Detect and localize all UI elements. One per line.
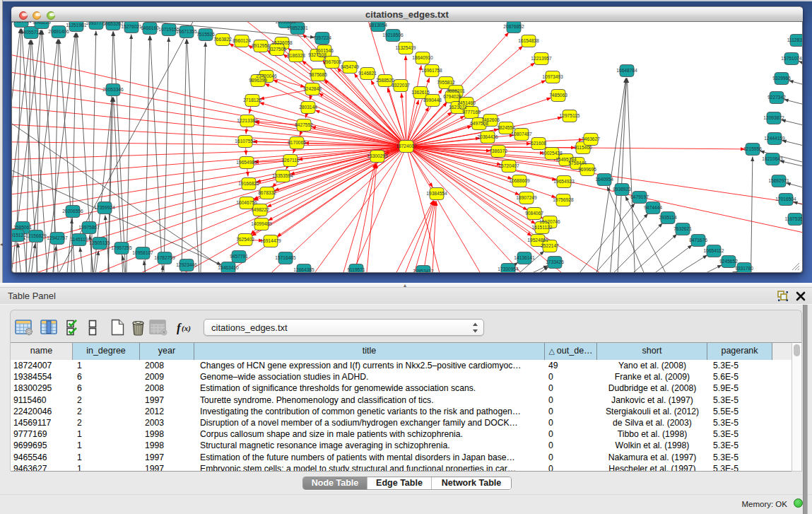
cell-year: 1997 [140, 395, 194, 406]
column-header-pagerank[interactable]: pagerank [707, 343, 772, 360]
graph-node-label: 8938923 [613, 187, 631, 192]
table-row[interactable]: 946362711997Embryonic stem cells: a mode… [11, 463, 792, 472]
cell-short: Franke et al. (2009) [597, 371, 707, 382]
graph-node-label: 16961758 [421, 68, 442, 73]
graph-node-label: 16107552 [235, 139, 256, 144]
graph-edge-arrowhead [514, 192, 519, 195]
table-row[interactable]: 969969511998Structural magnetic resonanc… [11, 440, 792, 451]
graph-node-label: 11251981 [66, 23, 87, 28]
graph-edge-arrowhead [404, 55, 408, 60]
splitter-handle[interactable]: ▴ [404, 283, 406, 288]
citation-network-graph[interactable]: 1615993614055712904622920691406112519811… [12, 22, 802, 272]
table-row[interactable]: 1830029562008Estimation of significance … [11, 382, 792, 394]
network-canvas[interactable]: 1615993614055712904622920691406112519811… [12, 22, 802, 272]
graph-node-label: 10654112 [704, 248, 724, 253]
cell-year: 1997 [140, 463, 194, 472]
table-row[interactable]: 2242004622012Investigating the contribut… [11, 406, 792, 417]
graph-node-label: 19654985 [236, 160, 257, 165]
graph-node-label: 17359924 [94, 205, 115, 210]
column-header-title[interactable]: title [194, 343, 545, 360]
graph-edge-arrowhead [78, 247, 82, 252]
table-mode-button[interactable] [15, 319, 34, 338]
graph-node-label: 20053346 [102, 87, 124, 92]
node-table[interactable]: namein_degreeyeartitle△out_de…shortpager… [11, 342, 792, 472]
graph-node-label: 1362615 [411, 90, 430, 95]
graph-edge-arrowhead [129, 34, 133, 39]
graph-node-label: 9115460 [574, 145, 592, 150]
graph-node-label: 8471676 [689, 238, 707, 243]
graph-node-label: 2522147 [541, 243, 559, 248]
memory-status-label: Memory: OK [741, 500, 787, 508]
graph-edge [64, 218, 72, 272]
tab-network-table[interactable]: Network Table [431, 477, 511, 489]
graph-node-label: 2967608 [323, 59, 341, 64]
graph-edge [644, 265, 722, 272]
graph-edge-arrowhead [265, 83, 270, 87]
close-panel-icon[interactable] [795, 291, 806, 302]
graph-edge [126, 34, 131, 272]
graph-edge-arrowhead [244, 151, 247, 156]
cell-in_degree: 2 [73, 395, 140, 406]
cell-in_degree: 1 [73, 360, 140, 371]
graph-node-label: 7632621 [673, 226, 692, 231]
column-header-year[interactable]: year [140, 343, 194, 360]
show-column-button[interactable] [40, 319, 58, 338]
left-panel-edge: ◂ [0, 0, 3, 283]
graph-node-label: 8990448 [423, 98, 442, 103]
cell-out_degree: 0 [545, 463, 597, 472]
graph-node-label: 12942757 [47, 235, 68, 240]
table-panel: Table Panel [0, 288, 812, 514]
graph-node-label: 9457791 [230, 254, 248, 259]
graph-node-label: 8215956 [743, 146, 762, 151]
graph-node-label: 9046229 [33, 22, 51, 25]
graph-edge-arrowhead [300, 131, 303, 136]
graph-edge-arrowhead [541, 80, 546, 83]
column-header-out_degree[interactable]: △out_de… [545, 343, 597, 360]
graph-node-label: 17016504 [775, 197, 796, 201]
function-builder-button[interactable]: f (x) [177, 320, 196, 337]
table-row[interactable]: 1872400712008Changes of HCN gene express… [11, 360, 792, 371]
cell-in_degree: 2 [73, 417, 140, 428]
window-resize-grip[interactable] [790, 261, 800, 271]
table-row[interactable]: 977716911998Corpus callosum shape and si… [11, 428, 792, 440]
cell-pagerank: 5.3E-5 [707, 360, 772, 371]
table-vertical-scrollbar[interactable] [792, 342, 802, 472]
graph-node-label: 15226058 [271, 40, 293, 45]
network-view-window[interactable]: citations_edges.txt 16159936140557129046… [11, 6, 803, 273]
graph-node-label: 19384554 [426, 191, 447, 196]
table-row[interactable]: 946554611997Estimation of the future num… [11, 452, 792, 463]
tab-edge-table[interactable]: Edge Table [367, 477, 431, 489]
graph-edge-arrowhead [717, 265, 722, 269]
delete-table-button[interactable] [130, 319, 146, 338]
graph-node-label: 18724007 [396, 144, 417, 148]
graph-edge [789, 81, 802, 91]
column-header-name[interactable]: name [11, 343, 73, 360]
cell-short: Hescheler et al. (1997) [597, 463, 707, 472]
table-row[interactable]: 1456911722003Disruption of a novel membe… [11, 417, 792, 428]
left-splitter-grip[interactable]: ◂ [0, 241, 3, 247]
graph-node-label: 9463627 [582, 136, 600, 141]
graph-node-label: 8427552 [295, 122, 313, 127]
graph-edge [332, 163, 375, 272]
float-panel-icon[interactable] [777, 291, 789, 302]
table-chooser-dropdown[interactable]: citations_edges.txt [204, 319, 484, 336]
table-row[interactable]: 1938455462009Genome–wide association stu… [11, 371, 792, 382]
column-header-short[interactable]: short [597, 343, 707, 360]
column-header-in_degree[interactable]: in_degree [73, 343, 140, 360]
window-titlebar[interactable]: citations_edges.txt [11, 6, 803, 22]
unselect-columns-button[interactable] [88, 319, 97, 338]
cell-title: Corpus callosum shape and size in male p… [194, 428, 545, 440]
scrollbar-thumb[interactable] [794, 344, 800, 356]
horizontal-splitter[interactable]: ▴ [0, 283, 812, 288]
graph-node-label: 12213957 [531, 56, 552, 61]
graph-node-label: 8170065 [288, 140, 306, 145]
tab-node-table[interactable]: Node Table [303, 477, 367, 489]
cell-year: 2012 [140, 406, 194, 417]
node-table-container: f (x) citations_edges.txt namein_degreey… [10, 310, 802, 471]
table-row[interactable]: 911546021997Tourette syndrome. Phenomeno… [11, 395, 792, 406]
new-table-button[interactable] [110, 319, 126, 338]
select-columns-button[interactable] [66, 319, 82, 338]
graph-node-label: 16120746 [539, 219, 560, 224]
cell-out_degree: 0 [545, 440, 597, 451]
table-chooser-value: citations_edges.txt [211, 322, 288, 333]
